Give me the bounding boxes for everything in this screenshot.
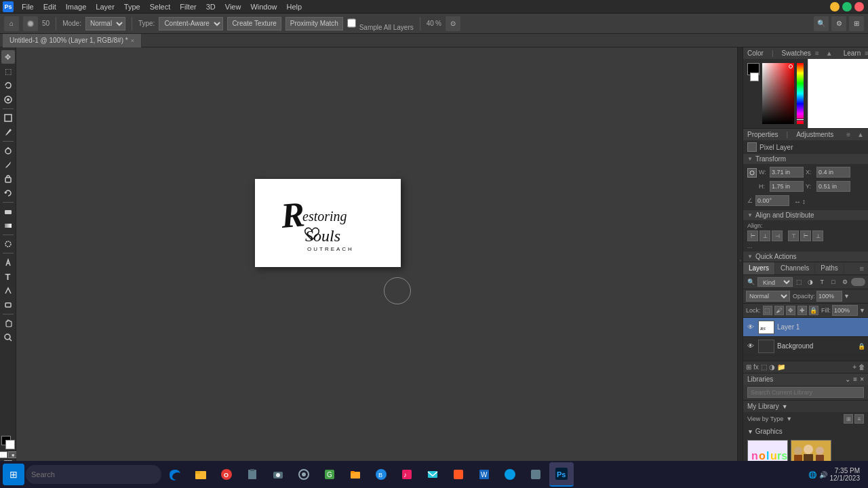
layer-item-0[interactable]: 👁 RS Layer 1: [743, 318, 868, 337]
background-swatch[interactable]: [750, 73, 759, 81]
background-color[interactable]: [5, 440, 15, 449]
zoom-tool[interactable]: [1, 331, 15, 344]
layer-fx-button[interactable]: fx: [753, 363, 759, 371]
layer-item-1[interactable]: 👁 Background 🔒: [743, 337, 868, 356]
shape-tool[interactable]: [1, 298, 15, 312]
libraries-header[interactable]: Libraries ⌄ ≡ ×: [743, 373, 868, 385]
filter-kind-select[interactable]: Kind: [757, 277, 793, 287]
align-center-h-button[interactable]: ⊥: [760, 230, 770, 241]
taskbar-app-mail[interactable]: [420, 462, 445, 487]
align-top-button[interactable]: ⊤: [788, 230, 799, 241]
layer-visibility-1[interactable]: 👁: [746, 342, 755, 351]
align-left-button[interactable]: ⊢: [747, 230, 758, 241]
menu-file[interactable]: File: [18, 1, 38, 12]
filter-smart-btn[interactable]: ⚙: [840, 277, 850, 287]
history-brush-tool[interactable]: [1, 186, 15, 200]
stamp-tool[interactable]: [1, 172, 15, 186]
sample-all-layers-check[interactable]: [347, 16, 356, 30]
menu-type[interactable]: Type: [120, 1, 144, 12]
pen-tool[interactable]: [1, 256, 15, 269]
transform-section[interactable]: ▼ Transform: [743, 154, 868, 164]
close-button[interactable]: [854, 2, 864, 12]
flip-v-button[interactable]: ↕: [802, 198, 806, 205]
taskbar-app-camera[interactable]: [266, 462, 290, 487]
search-icon[interactable]: 🔍: [814, 16, 829, 31]
opacity-dropdown[interactable]: ▼: [844, 293, 850, 300]
lock-all-btn[interactable]: 🔒: [809, 306, 818, 315]
mode-select[interactable]: Normal: [85, 17, 125, 30]
menu-select[interactable]: Select: [146, 1, 175, 12]
channels-tab[interactable]: Channels: [775, 262, 815, 274]
layers-panel-menu[interactable]: ≡: [856, 262, 868, 274]
menu-help[interactable]: Help: [283, 1, 307, 12]
grid-view-button[interactable]: ⊞: [844, 414, 853, 424]
filter-pixel-btn[interactable]: ⬚: [794, 277, 804, 287]
quick-select-tool[interactable]: [1, 93, 15, 106]
color-panel-header[interactable]: Color | Swatches ≡ ▲ Learn ≡: [743, 47, 868, 59]
flip-h-button[interactable]: ↔: [794, 198, 801, 205]
fill-dropdown[interactable]: ▼: [859, 307, 865, 314]
start-button[interactable]: ⊞: [3, 464, 24, 485]
spot-heal-tool[interactable]: [1, 144, 15, 157]
taskbar-app-green[interactable]: G: [317, 462, 342, 487]
gradient-tool[interactable]: [1, 219, 15, 232]
menu-edit[interactable]: Edit: [39, 1, 60, 12]
blur-tool[interactable]: [1, 237, 15, 251]
color-panel-menu[interactable]: ≡: [815, 49, 819, 57]
taskbar-app-photoshop[interactable]: Ps: [549, 462, 574, 487]
taskbar-app-folder2[interactable]: [343, 462, 368, 487]
quick-mask-off[interactable]: □: [0, 451, 7, 458]
filter-shape-btn[interactable]: □: [829, 277, 839, 287]
view-type-dropdown[interactable]: ▼: [786, 415, 792, 422]
swatches-tab[interactable]: Swatches: [782, 49, 811, 57]
tool-home-icon[interactable]: ⌂: [4, 16, 19, 31]
lock-transparent-btn[interactable]: ⬚: [763, 306, 772, 315]
document-tab[interactable]: Untitled-1 @ 100% (Layer 1, RGB/8#) * ×: [3, 34, 142, 47]
taskbar-search[interactable]: [26, 465, 161, 484]
libraries-close[interactable]: ×: [860, 375, 864, 383]
heal-options-icon[interactable]: ⊙: [446, 16, 460, 31]
create-texture-button[interactable]: Create Texture: [227, 17, 281, 30]
right-panel-collapse[interactable]: ›: [737, 47, 743, 473]
type-select[interactable]: Content-Aware: [159, 17, 223, 30]
layer-link-button[interactable]: ⊞: [746, 363, 751, 371]
graphics-section[interactable]: ▼ Graphics: [743, 426, 868, 437]
taskbar-app-orange[interactable]: [446, 462, 471, 487]
lock-paint-btn[interactable]: 🖌: [774, 306, 784, 315]
taskbar-app-blue3[interactable]: [498, 462, 522, 487]
libraries-search-input[interactable]: [747, 387, 864, 398]
align-bottom-button[interactable]: ⊥: [812, 230, 823, 241]
taskbar-app-red1[interactable]: O: [214, 462, 239, 487]
minimize-button[interactable]: [830, 2, 840, 12]
hand-tool[interactable]: [1, 317, 15, 330]
arrange-icon[interactable]: ⊞: [849, 16, 864, 31]
align-section[interactable]: ▼ Align and Distribute: [743, 210, 868, 220]
hue-slider[interactable]: [797, 63, 804, 124]
width-input[interactable]: [770, 167, 804, 178]
eyedropper-tool[interactable]: [1, 125, 15, 139]
learn-panel-menu[interactable]: ≡: [865, 49, 868, 57]
taskbar-app-explorer[interactable]: [189, 462, 213, 487]
menu-window[interactable]: Window: [246, 1, 281, 12]
paths-tab[interactable]: Paths: [815, 262, 844, 274]
maximize-button[interactable]: [842, 2, 852, 12]
properties-panel-menu[interactable]: ≡: [846, 131, 850, 138]
move-tool[interactable]: ✥: [1, 50, 15, 64]
crop-tool[interactable]: [1, 111, 15, 125]
canvas-area[interactable]: R estoring Souls OUTREACH: [16, 47, 737, 473]
constrain-aspect-button[interactable]: [747, 168, 757, 178]
layer-adjustment-button[interactable]: ◑: [769, 363, 775, 371]
align-right-button[interactable]: ⊣: [772, 230, 783, 241]
list-view-button[interactable]: ≡: [854, 414, 864, 424]
height-input[interactable]: [770, 181, 804, 192]
path-select-tool[interactable]: [1, 284, 15, 298]
menu-filter[interactable]: Filter: [176, 1, 200, 12]
menu-view[interactable]: View: [221, 1, 245, 12]
brush-tool[interactable]: [1, 158, 15, 171]
menu-layer[interactable]: Layer: [92, 1, 119, 12]
libraries-menu[interactable]: ≡: [853, 375, 857, 383]
layer-group-button[interactable]: 📁: [777, 363, 785, 371]
angle-input[interactable]: [755, 195, 789, 206]
layers-tab[interactable]: Layers: [743, 262, 775, 274]
tool-brush-options[interactable]: [23, 16, 38, 31]
